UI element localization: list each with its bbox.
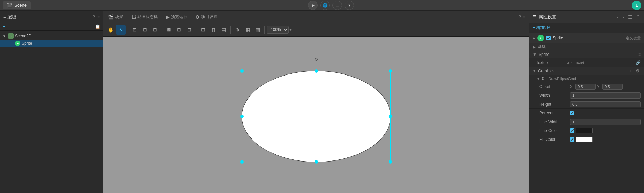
canvas-area (103, 37, 529, 193)
draw-cmd-row[interactable]: ▼ 0 DrawEllipseCmd (529, 75, 644, 82)
texture-row: Texture 无 (Image) 🔗 (529, 58, 644, 67)
offset-x-input[interactable] (575, 84, 596, 90)
tree-item-sprite[interactable]: ✦ Sprite (0, 40, 103, 47)
distribute-v-button[interactable]: ▦ (243, 25, 252, 35)
component-checkbox[interactable] (546, 36, 551, 40)
texture-label: Texture (536, 60, 566, 65)
nav-menu-icon[interactable]: ≡ (523, 15, 525, 19)
handle-bm[interactable] (315, 160, 318, 164)
align-tl-button[interactable]: ⊡ (130, 25, 139, 35)
component-header[interactable]: ▶ ✦ Sprite 定义变量 (529, 33, 644, 43)
graphics-settings-button[interactable]: ⚙ (635, 68, 641, 74)
align-bl-button[interactable]: ⊞ (198, 25, 208, 35)
project-nav-icon: ⚙ (195, 14, 200, 20)
nav-forward-button[interactable]: › (621, 14, 626, 20)
play-button[interactable]: ▶ (308, 1, 318, 10)
distribute-h-button[interactable]: ⊕ (233, 25, 242, 35)
tree-item-scene2d[interactable]: ▼ S Scene2D (0, 32, 103, 40)
graphics-header-left: ▼ Graphics (533, 69, 554, 73)
nav-back-button[interactable]: ‹ (616, 14, 620, 20)
left-panel: ≡ 层级 ? ≡ + 📋 ▼ S Scene2D ✦ Sprite (0, 11, 103, 193)
offset-y-input[interactable] (602, 84, 623, 90)
line-width-input[interactable] (570, 119, 641, 125)
graphics-add: + ⚙ (628, 68, 641, 74)
nav-scene[interactable]: 🎬 场景 (107, 14, 125, 20)
fill-color-swatch[interactable] (576, 137, 593, 142)
section-base[interactable]: ▶ 基础 (529, 43, 644, 51)
sprite-logo: ✦ (537, 35, 544, 41)
cmd-arrow: ▼ (537, 77, 540, 81)
width-input[interactable] (570, 92, 641, 99)
align-mc-button[interactable]: ⊡ (174, 25, 184, 35)
grid-button[interactable]: ▧ (253, 25, 262, 35)
percent-checkbox[interactable] (570, 111, 574, 115)
add-node-button[interactable]: + (3, 24, 5, 29)
align-mr-button[interactable]: ⊟ (185, 25, 194, 35)
add-component-label: + 增加组件 (533, 25, 552, 31)
settings-icon[interactable]: ☰ (627, 14, 634, 20)
offset-label: Offset (539, 84, 570, 89)
align-br-button[interactable]: ▤ (219, 25, 228, 35)
left-panel-header: ≡ 层级 ? ≡ (0, 11, 103, 23)
globe-button[interactable]: 🌐 (320, 1, 330, 10)
texture-link-button[interactable]: 🔗 (636, 60, 641, 65)
more-button[interactable]: ▾ (345, 1, 354, 10)
handle-tl[interactable] (240, 69, 244, 73)
sprite-arrow: ▼ (533, 52, 537, 57)
height-label: Height (539, 102, 570, 107)
fill-color-checkbox[interactable] (570, 137, 574, 142)
height-value (570, 101, 641, 107)
scene-tab[interactable]: 🎬 Scene (3, 1, 31, 9)
sprite-section-label: Sprite (539, 52, 549, 57)
line-color-label: Line Color (539, 128, 570, 133)
handle-bl[interactable] (240, 160, 244, 164)
title-bar: 🎬 Scene ▶ 🌐 ▭ ▾ 1 (0, 0, 644, 11)
help-icon[interactable]: ? (93, 15, 95, 19)
texture-value: 无 (Image) 🔗 (566, 60, 641, 65)
define-var: 定义变量 (626, 36, 641, 41)
play-icon: ▶ (312, 3, 315, 8)
zoom-dropdown-icon[interactable]: ▾ (289, 27, 292, 32)
handle-tr[interactable] (389, 69, 392, 73)
tree-arrow-scene2d: ▼ (3, 34, 7, 38)
properties-icon: ☰ (533, 14, 537, 19)
section-sprite[interactable]: ▼ Sprite ≡ (529, 51, 644, 58)
height-input[interactable] (570, 101, 641, 107)
component-arrow: ▶ (533, 36, 535, 40)
align-bc-button[interactable]: ▥ (209, 25, 218, 35)
component-header-left: ▶ ✦ Sprite (533, 35, 563, 41)
scene-tab-icon: 🎬 (7, 3, 12, 8)
handle-mr[interactable] (389, 115, 392, 118)
align-tr-button[interactable]: ⊞ (150, 25, 160, 35)
title-bar-right: 1 (632, 1, 641, 10)
select-tool-button[interactable]: ↖ (116, 25, 126, 35)
title-bar-center: ▶ 🌐 ▭ ▾ (308, 1, 354, 10)
handle-ml[interactable] (240, 115, 244, 118)
line-color-swatch[interactable] (576, 128, 593, 133)
nav-animation[interactable]: 🎞 动画状态机 (130, 14, 159, 20)
nav-help-icon[interactable]: ? (519, 15, 521, 19)
line-width-label: Line Width (539, 120, 570, 124)
zoom-select[interactable]: 100% 50% 200% (267, 26, 289, 34)
nav-project[interactable]: ⚙ 项目设置 (194, 14, 219, 20)
align-tc-button[interactable]: ⊟ (140, 25, 150, 35)
sprite-icon: ✦ (15, 41, 20, 46)
width-label: Width (539, 93, 570, 98)
handle-tm[interactable] (315, 69, 318, 73)
scene-nav-icon: 🎬 (108, 14, 114, 20)
clipboard-icon[interactable]: 📋 (95, 24, 100, 29)
scene-tab-label: Scene (14, 3, 27, 8)
globe-icon: 🌐 (323, 3, 328, 8)
handle-br[interactable] (389, 160, 392, 164)
line-color-checkbox[interactable] (570, 128, 574, 133)
hand-tool-button[interactable]: ✋ (106, 25, 115, 35)
add-component-bar[interactable]: + 增加组件 (529, 23, 644, 33)
nav-preview[interactable]: ▶ 预览运行 (165, 14, 189, 20)
graphics-add-button[interactable]: + (628, 68, 633, 74)
mobile-button[interactable]: ▭ (332, 1, 342, 10)
menu-icon[interactable]: ≡ (97, 15, 100, 19)
right-help-icon[interactable]: ? (635, 14, 641, 20)
height-row: Height (529, 100, 644, 109)
search-input[interactable] (8, 24, 94, 29)
align-ml-button[interactable]: ⊠ (164, 25, 174, 35)
